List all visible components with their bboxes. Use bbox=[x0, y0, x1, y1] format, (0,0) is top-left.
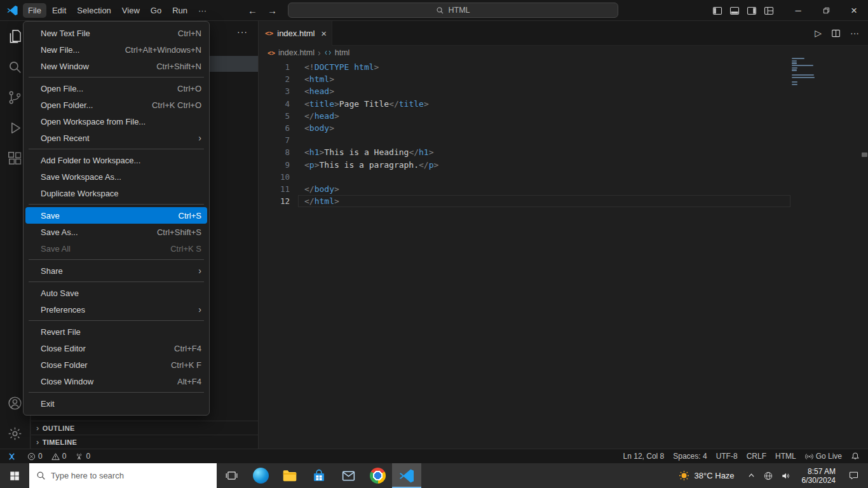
activitybar-settings[interactable] bbox=[0, 418, 31, 449]
taskbar-file-explorer[interactable] bbox=[275, 463, 304, 488]
menu-item-new-window[interactable]: New WindowCtrl+Shift+N bbox=[25, 58, 207, 74]
status-language-mode[interactable]: HTML bbox=[771, 449, 801, 463]
code-token: </ bbox=[304, 184, 315, 194]
taskbar-edge[interactable] bbox=[246, 463, 275, 488]
code-line-7[interactable]: 7 bbox=[259, 134, 868, 146]
menu-item-label: Open Folder... bbox=[41, 100, 93, 110]
menu-item-auto-save[interactable]: Auto Save bbox=[25, 285, 207, 301]
windows-logo-icon bbox=[10, 471, 20, 481]
taskbar-store[interactable] bbox=[304, 463, 334, 488]
breadcrumb-symbol[interactable]: html bbox=[335, 48, 350, 57]
more-actions-icon[interactable]: ··· bbox=[850, 28, 859, 38]
minimap-line bbox=[792, 81, 797, 83]
start-button[interactable] bbox=[0, 463, 29, 488]
outline-section-header[interactable]: › OUTLINE bbox=[31, 421, 258, 435]
menu-item-new-text-file[interactable]: New Text FileCtrl+N bbox=[25, 25, 207, 41]
taskbar-weather[interactable]: 38°C Haze bbox=[670, 470, 742, 482]
minimap-line bbox=[792, 67, 797, 69]
taskbar-search-box[interactable] bbox=[29, 463, 217, 488]
status-cursor-position[interactable]: Ln 12, Col 8 bbox=[619, 449, 669, 463]
toggle-secondary-sidebar-icon[interactable] bbox=[747, 6, 757, 16]
menubar-item-file[interactable]: File bbox=[23, 3, 46, 18]
close-button[interactable]: × bbox=[840, 0, 868, 21]
timeline-section-header[interactable]: › TIMELINE bbox=[31, 435, 258, 449]
status-remote[interactable] bbox=[0, 449, 23, 463]
menu-item-close-window[interactable]: Close WindowAlt+F4 bbox=[25, 373, 207, 390]
code-line-12[interactable]: 12</html> bbox=[259, 195, 868, 207]
code-line-10[interactable]: 10 bbox=[259, 171, 868, 183]
code-line-5[interactable]: 5</head> bbox=[259, 110, 868, 122]
code-line-2[interactable]: 2<html> bbox=[259, 73, 868, 85]
menubar-item-go[interactable]: Go bbox=[146, 3, 166, 18]
taskbar-search-input[interactable] bbox=[51, 471, 217, 480]
menubar-item-edit[interactable]: Edit bbox=[47, 3, 71, 18]
menu-item-revert-file[interactable]: Revert File bbox=[25, 323, 207, 340]
code-line-9[interactable]: 9<p>This is a paragraph.</p> bbox=[259, 159, 868, 171]
status-eol[interactable]: CRLF bbox=[742, 449, 771, 463]
tab-index-html[interactable]: <> index.html × bbox=[259, 21, 332, 46]
volume-icon[interactable] bbox=[781, 471, 791, 481]
toggle-primary-sidebar-icon[interactable] bbox=[712, 6, 722, 16]
weather-text: 38°C Haze bbox=[695, 471, 735, 480]
hidden-icons-chevron-icon[interactable] bbox=[747, 471, 756, 480]
code-line-11[interactable]: 11</body> bbox=[259, 183, 868, 195]
menu-item-duplicate-workspace[interactable]: Duplicate Workspace bbox=[25, 185, 207, 201]
menu-item-exit[interactable]: Exit bbox=[25, 395, 207, 412]
menu-item-save-workspace-as[interactable]: Save Workspace As... bbox=[25, 168, 207, 185]
code-line-3[interactable]: 3<head> bbox=[259, 85, 868, 97]
status-notifications[interactable] bbox=[846, 449, 864, 463]
menu-item-close-editor[interactable]: Close EditorCtrl+F4 bbox=[25, 340, 207, 356]
command-center-search[interactable]: HTML bbox=[288, 3, 618, 18]
taskbar-vscode[interactable] bbox=[392, 463, 421, 488]
menu-item-close-folder[interactable]: Close FolderCtrl+K F bbox=[25, 356, 207, 373]
status-go-live[interactable]: Go Live bbox=[801, 449, 846, 463]
taskbar-chrome[interactable] bbox=[363, 463, 392, 488]
menubar-item-more[interactable]: ··· bbox=[193, 3, 212, 18]
menubar-item-run[interactable]: Run bbox=[167, 3, 193, 18]
menu-item-open-file[interactable]: Open File...Ctrl+O bbox=[25, 80, 207, 97]
menu-item-open-recent[interactable]: Open Recent› bbox=[25, 130, 207, 146]
code-line-6[interactable]: 6<body> bbox=[259, 122, 868, 134]
menu-item-share[interactable]: Share› bbox=[25, 262, 207, 279]
menubar-item-view[interactable]: View bbox=[117, 3, 145, 18]
taskbar-task-view[interactable] bbox=[217, 463, 246, 488]
minimap[interactable] bbox=[792, 58, 818, 86]
menu-item-new-file[interactable]: New File...Ctrl+Alt+Windows+N bbox=[25, 41, 207, 58]
tab-close-icon[interactable]: × bbox=[321, 28, 327, 39]
status-indentation[interactable]: Spaces: 4 bbox=[668, 449, 711, 463]
menu-item-label: Save bbox=[41, 211, 60, 220]
taskbar-mail[interactable] bbox=[334, 463, 363, 488]
sidebar-more-actions-icon[interactable]: ··· bbox=[237, 27, 248, 37]
breadcrumb-file[interactable]: index.html bbox=[278, 48, 315, 57]
menubar-item-selection[interactable]: Selection bbox=[72, 3, 116, 18]
status-encoding[interactable]: UTF-8 bbox=[712, 449, 742, 463]
code-token: > bbox=[329, 74, 334, 84]
code-line-1[interactable]: 1<!DOCTYPE html> bbox=[259, 61, 868, 73]
submenu-chevron-icon: › bbox=[198, 304, 201, 315]
run-preview-icon[interactable]: ▷ bbox=[815, 28, 822, 38]
menu-item-preferences[interactable]: Preferences› bbox=[25, 301, 207, 318]
status-warnings[interactable]: 0 bbox=[47, 449, 71, 463]
forward-icon[interactable]: → bbox=[268, 5, 277, 16]
menu-item-add-folder-to-workspace[interactable]: Add Folder to Workspace... bbox=[25, 152, 207, 168]
network-icon[interactable] bbox=[763, 471, 773, 481]
status-errors[interactable]: 0 bbox=[23, 449, 47, 463]
code-line-4[interactable]: 4<title>Page Title</title> bbox=[259, 98, 868, 110]
error-icon bbox=[27, 452, 36, 461]
toggle-panel-icon[interactable] bbox=[729, 6, 740, 16]
code-token: < bbox=[304, 74, 309, 84]
menu-item-open-folder[interactable]: Open Folder...Ctrl+K Ctrl+O bbox=[25, 97, 207, 113]
status-ports[interactable]: 0 bbox=[71, 449, 95, 463]
code-line-8[interactable]: 8<h1>This is a Heading</h1> bbox=[259, 146, 868, 158]
taskbar-clock[interactable]: 8:57 AM 6/30/2024 bbox=[796, 467, 841, 485]
code-text: <title>Page Title</title> bbox=[298, 99, 429, 109]
action-center-button[interactable] bbox=[841, 470, 865, 481]
split-editor-icon[interactable] bbox=[831, 29, 841, 38]
menu-item-save-as[interactable]: Save As...Ctrl+Shift+S bbox=[25, 224, 207, 240]
menu-item-open-workspace-from-file[interactable]: Open Workspace from File... bbox=[25, 113, 207, 130]
minimize-button[interactable]: ─ bbox=[784, 0, 812, 21]
menu-item-save[interactable]: SaveCtrl+S bbox=[25, 207, 207, 224]
restore-button[interactable] bbox=[812, 0, 840, 21]
customize-layout-icon[interactable] bbox=[764, 6, 774, 16]
back-icon[interactable]: ← bbox=[248, 5, 257, 16]
